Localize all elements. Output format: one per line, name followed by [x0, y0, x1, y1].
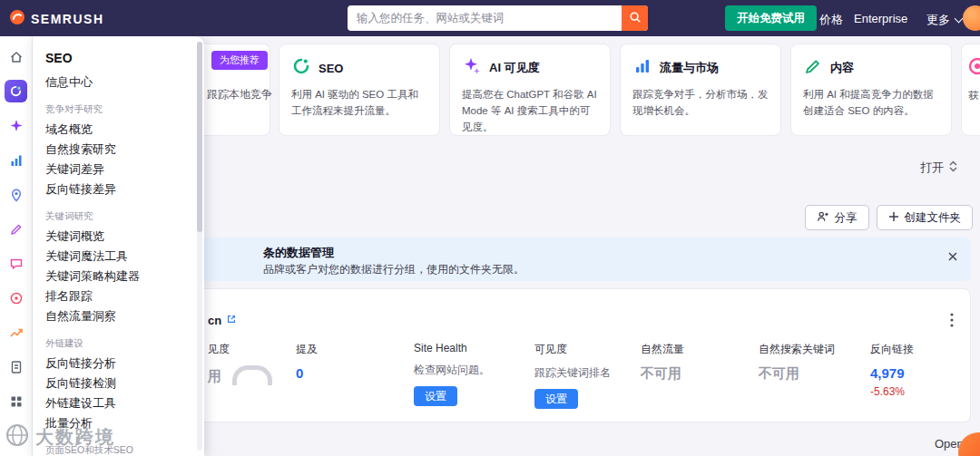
promo-card-seo-title: SEO [318, 62, 343, 75]
enterprise-link[interactable]: Enterprise [854, 12, 907, 25]
metric-organic-keywords: 自然搜索关键词 不可用 [759, 342, 835, 383]
metric-organic-traffic-label: 自然流量 [641, 342, 684, 357]
avatar[interactable] [963, 5, 980, 31]
menu-section-link-building: 外链建设 [45, 337, 191, 350]
menu-item-backlink-analytics[interactable]: 反向链接分析 [33, 354, 204, 374]
project-domain[interactable]: cn [208, 314, 237, 327]
open-label: 打开 [920, 160, 944, 176]
metric-backlinks: 反向链接 4,979 -5.63% [870, 342, 914, 398]
promo-card-traffic-desc: 跟踪竞争对手，分析市场，发现增长机会。 [621, 80, 780, 120]
free-trial-button[interactable]: 开始免费试用 [725, 5, 817, 31]
metric-mentions-value[interactable]: 0 [296, 365, 318, 381]
traffic-market-icon[interactable] [5, 149, 27, 171]
promo-card-partial[interactable]: 获 [961, 44, 980, 136]
topbar: SEMRUSH 开始免费试用 价格 Enterprise 更多 [0, 0, 980, 36]
semrush-logo[interactable]: SEMRUSH [9, 9, 104, 29]
site-health-setup-button[interactable]: 设置 [414, 386, 457, 406]
promo-card-seo[interactable]: SEO 利用 AI 驱动的 SEO 工具和工作流程来提升流量。 [279, 44, 440, 136]
create-folder-button[interactable]: 创建文件夹 [877, 205, 974, 230]
banner-body: 品牌或客户对您的数据进行分组，使用的文件夹无限。 [263, 262, 524, 277]
menu-item-domain-overview[interactable]: 域名概览 [33, 120, 204, 140]
plus-icon [888, 211, 899, 225]
bar-chart-icon [632, 56, 652, 80]
promo-card-ai-desc: 提高您在 ChatGPT 和谷歌 AI Mode 等 AI 搜索工具中的可见度。 [450, 80, 610, 135]
promo-card-ai-title: AI 可见度 [489, 60, 540, 76]
metric-organic-keywords-label: 自然搜索关键词 [759, 342, 835, 357]
pink-product-icon [967, 56, 980, 80]
promo-card-content-desc: 利用 AI 和提高竞争力的数据创建适合 SEO 的内容。 [791, 80, 951, 120]
metric-site-health: Site Health 检查网站问题。 设置 [414, 342, 490, 406]
trends-icon[interactable] [5, 321, 27, 344]
menu-item-link-building-tool[interactable]: 外链建设工具 [33, 393, 204, 413]
metric-backlinks-value[interactable]: 4,979 [870, 365, 914, 381]
share-person-icon [817, 210, 829, 226]
project-domain-text: cn [208, 314, 221, 327]
promo-card-ai-visibility[interactable]: AI 可见度 提高您在 ChatGPT 和谷歌 AI Mode 等 AI 搜索工… [449, 44, 611, 136]
menu-item-organic-traffic-insights[interactable]: 自然流量洞察 [33, 306, 204, 326]
seo-swirl-icon [291, 56, 311, 80]
close-icon[interactable] [946, 249, 960, 267]
metric-site-health-desc: 检查网站问题。 [414, 363, 490, 378]
metric-site-health-label: Site Health [414, 342, 490, 354]
home-icon[interactable] [5, 45, 27, 68]
search-bar [348, 5, 648, 31]
metric-visibility-desc: 跟踪关键词排名 [534, 365, 611, 381]
share-label: 分享 [835, 210, 858, 226]
menu-item-keyword-overview[interactable]: 关键词概览 [33, 227, 204, 247]
panel-scrollbar[interactable] [197, 42, 202, 451]
menu-item-backlink-gap[interactable]: 反向链接差异 [33, 179, 204, 199]
menu-item-backlink-audit[interactable]: 反向链接检测 [33, 374, 204, 393]
metric-ai-visibility-label: 见度 [208, 342, 272, 357]
create-folder-label: 创建文件夹 [905, 210, 962, 226]
advertising-icon[interactable] [5, 286, 27, 309]
promo-card-local-desc: 跟踪本地竞争 [207, 87, 272, 102]
ai-toolkit-icon[interactable] [5, 114, 27, 137]
reports-icon[interactable] [5, 355, 27, 378]
watermark: 大数跨境 [5, 423, 115, 451]
app-root: 为您推荐 跟踪本地竞争 SEO 利用 AI 驱动的 SEO 工具和工作流程来提升… [0, 0, 980, 456]
metric-visibility-label: 可见度 [534, 342, 611, 357]
visibility-setup-button[interactable]: 设置 [534, 389, 578, 409]
app-center-grid-icon[interactable] [5, 390, 27, 412]
menu-item-keyword-magic-tool[interactable]: 关键词魔法工具 [33, 247, 204, 267]
gauge-arc-icon [232, 365, 272, 385]
more-menu[interactable]: 更多 [926, 12, 962, 28]
share-button[interactable]: 分享 [805, 205, 869, 230]
menu-item-organic-research[interactable]: 自然搜索研究 [33, 140, 204, 160]
metric-mentions-label: 提及 [296, 342, 318, 357]
metric-organic-traffic-value: 不可用 [641, 365, 684, 383]
local-pin-icon[interactable] [5, 183, 27, 206]
menu-item-position-tracking[interactable]: 排名跟踪 [33, 286, 204, 306]
more-label: 更多 [926, 12, 950, 28]
metric-visibility: 可见度 跟踪关键词排名 设置 [534, 342, 611, 409]
sparkles-icon [462, 56, 482, 80]
menu-item-keyword-gap[interactable]: 关键词差异 [33, 160, 204, 179]
semrush-logo-icon [9, 9, 25, 29]
pricing-link[interactable]: 价格 [819, 12, 843, 28]
search-input[interactable] [348, 5, 648, 31]
promo-card-content-title: 内容 [830, 60, 854, 76]
seo-icon[interactable] [5, 80, 27, 102]
metric-organic-keywords-value: 不可用 [759, 365, 835, 383]
menu-item-info-center[interactable]: 信息中心 [33, 73, 204, 92]
kebab-menu[interactable] [948, 311, 956, 332]
metric-organic-traffic: 自然流量 不可用 [641, 342, 684, 383]
pencil-icon [803, 56, 823, 80]
social-chat-icon[interactable] [5, 252, 27, 275]
recommended-badge: 为您推荐 [211, 51, 268, 70]
metric-ai-visibility: 见度 用 [208, 342, 272, 385]
sort-icon [948, 160, 958, 175]
banner-title: 条的数据管理 [263, 245, 334, 261]
scrollbar-thumb[interactable] [197, 42, 202, 232]
menu-title: SEO [33, 51, 204, 65]
metric-ai-visibility-value: 用 [208, 368, 221, 385]
promo-card-content[interactable]: 内容 利用 AI 和提高竞争力的数据创建适合 SEO 的内容。 [790, 44, 952, 136]
promo-card-partial-text: 获 [962, 80, 980, 102]
search-button[interactable] [622, 5, 648, 31]
promo-card-traffic[interactable]: 流量与市场 跟踪竞争对手，分析市场，发现增长机会。 [620, 44, 781, 136]
menu-section-competitive-research: 竞争对手研究 [45, 103, 191, 116]
section-collapse-control[interactable]: 打开 [920, 160, 958, 176]
content-pen-icon[interactable] [5, 218, 27, 240]
menu-section-keyword-research: 关键词研究 [45, 210, 191, 223]
menu-item-keyword-strategy-builder[interactable]: 关键词策略构建器 [33, 267, 204, 286]
